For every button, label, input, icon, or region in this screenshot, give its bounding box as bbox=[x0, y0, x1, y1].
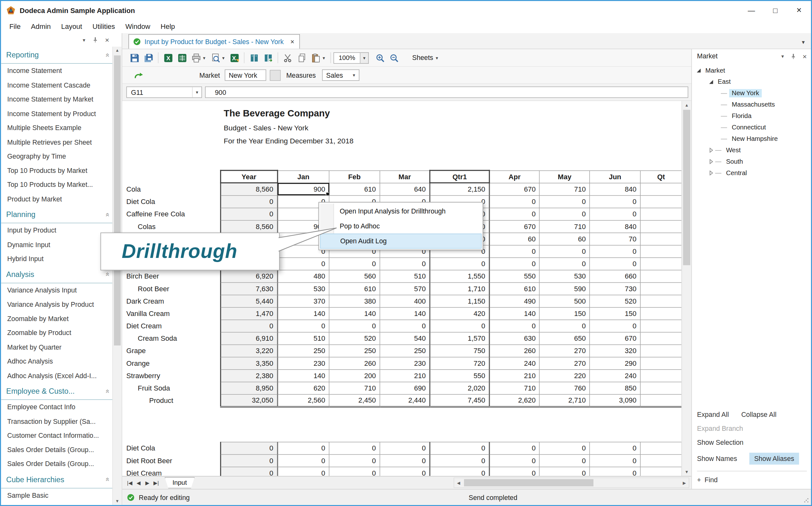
scroll-up-icon[interactable] bbox=[113, 47, 122, 54]
scrollbar-thumb[interactable] bbox=[683, 110, 690, 265]
tree-node-market[interactable]: Market bbox=[692, 65, 811, 76]
grid-cell[interactable] bbox=[640, 282, 682, 295]
grid-cell[interactable]: 530 bbox=[540, 270, 590, 282]
menu-file[interactable]: File bbox=[4, 21, 26, 32]
grid-cell[interactable]: 7,630 bbox=[220, 282, 277, 295]
grid-cell[interactable]: 0 bbox=[220, 467, 277, 476]
grid-cell[interactable]: 550 bbox=[489, 270, 540, 282]
grid-cell[interactable]: 0 bbox=[380, 454, 430, 467]
column-header-jan[interactable]: Jan bbox=[278, 170, 329, 183]
grid-cell[interactable]: 560 bbox=[329, 270, 380, 282]
grid-cell[interactable]: 0 bbox=[489, 245, 540, 257]
grid-cell[interactable]: 670 bbox=[489, 183, 540, 195]
paste-button[interactable] bbox=[308, 52, 323, 64]
grid-cell[interactable]: 840 bbox=[590, 220, 640, 233]
grid-cell[interactable] bbox=[640, 382, 682, 394]
grid-cell[interactable]: 0 bbox=[489, 467, 540, 476]
column-header-year[interactable]: Year bbox=[220, 170, 277, 183]
grid-cell[interactable]: 0 bbox=[489, 454, 540, 467]
sidebar-item-dynamic-input[interactable]: Dynamic Input bbox=[1, 238, 113, 252]
sidebar-item-multiple-retrieves-per-sheet[interactable]: Multiple Retrieves per Sheet bbox=[1, 135, 113, 149]
grid-cell[interactable]: 250 bbox=[380, 344, 430, 357]
grid-cell[interactable]: 0 bbox=[590, 245, 640, 257]
grid-cell[interactable]: 0 bbox=[540, 442, 590, 454]
grid-cell[interactable]: 0 bbox=[278, 467, 329, 476]
grid-cell[interactable]: 0 bbox=[489, 257, 540, 270]
grid-cell[interactable]: 0 bbox=[220, 454, 277, 467]
grid-cell[interactable]: 660 bbox=[590, 270, 640, 282]
grid-cell[interactable]: 230 bbox=[278, 357, 329, 369]
sidebar-item-adhoc-analysis-excel-add-i[interactable]: Adhoc Analysis (Excel Add-I... bbox=[1, 369, 113, 383]
row-label[interactable]: Grape bbox=[122, 344, 220, 357]
export-excel-multi-button[interactable] bbox=[175, 52, 189, 64]
grid-cell[interactable]: 520 bbox=[590, 295, 640, 307]
grid-cell[interactable]: 0 bbox=[220, 442, 277, 454]
menu-help[interactable]: Help bbox=[156, 21, 180, 32]
show-names-button[interactable]: Show Names bbox=[697, 454, 737, 462]
tree-label[interactable]: New York bbox=[729, 89, 762, 97]
grid-cell[interactable]: 540 bbox=[380, 332, 430, 344]
grid-cell[interactable]: 0 bbox=[489, 320, 540, 332]
sidebar-item-income-statement[interactable]: Income Statement bbox=[1, 64, 113, 78]
excel-view-button[interactable]: X bbox=[228, 52, 241, 64]
cell-reference-box[interactable]: G11 bbox=[126, 87, 202, 98]
grid-cell[interactable]: 150 bbox=[590, 307, 640, 320]
expand-branch-button[interactable]: Expand Branch bbox=[697, 425, 743, 432]
row-label[interactable]: Diet Cola bbox=[122, 195, 220, 208]
grid-cell[interactable]: 0 bbox=[590, 208, 640, 220]
grid-cell[interactable]: 0 bbox=[540, 467, 590, 476]
grid-cell[interactable] bbox=[640, 394, 682, 406]
grid-cell[interactable]: 850 bbox=[590, 382, 640, 394]
last-sheet-button[interactable] bbox=[152, 480, 161, 486]
grid-cell[interactable]: 370 bbox=[278, 295, 329, 307]
minimize-button[interactable] bbox=[739, 1, 763, 20]
pin-icon[interactable] bbox=[790, 53, 797, 59]
grid-cell[interactable]: 400 bbox=[380, 295, 430, 307]
grid-cell[interactable]: 510 bbox=[278, 332, 329, 344]
sheets-dropdown[interactable]: Sheets bbox=[408, 52, 443, 63]
market-param-value[interactable]: New York bbox=[224, 70, 266, 81]
column-header-feb[interactable]: Feb bbox=[329, 170, 380, 183]
resize-grip-icon[interactable] bbox=[803, 497, 809, 503]
tree-label[interactable]: East bbox=[715, 78, 733, 86]
print-button[interactable] bbox=[189, 52, 203, 64]
grid-cell[interactable]: 140 bbox=[489, 307, 540, 320]
grid-cell[interactable]: 0 bbox=[489, 208, 540, 220]
menu-window[interactable]: Window bbox=[120, 21, 156, 32]
tree-label[interactable]: Market bbox=[703, 66, 728, 75]
expand-all-button[interactable]: Expand All bbox=[697, 411, 729, 418]
grid-cell[interactable]: 530 bbox=[278, 282, 329, 295]
grid-cell[interactable]: 420 bbox=[430, 307, 489, 320]
tab-close-icon[interactable] bbox=[290, 38, 294, 46]
sidebar-item-transaction-by-supplier-sa[interactable]: Transaction by Supplier (Sa... bbox=[1, 414, 113, 428]
grid-cell[interactable]: 0 bbox=[590, 257, 640, 270]
save-button[interactable] bbox=[127, 52, 142, 64]
grid-cell[interactable]: 140 bbox=[278, 307, 329, 320]
grid-cell[interactable]: 60 bbox=[489, 233, 540, 245]
menu-layout[interactable]: Layout bbox=[56, 21, 87, 32]
section-header-planning[interactable]: Planning» bbox=[1, 206, 113, 223]
grid-cell[interactable]: 900 bbox=[278, 183, 329, 195]
row-label[interactable]: Orange bbox=[122, 357, 220, 369]
grid-cell[interactable]: 0 bbox=[540, 245, 590, 257]
tree-node-east[interactable]: East bbox=[692, 76, 811, 88]
grid-cell[interactable]: 610 bbox=[489, 282, 540, 295]
sheet-viewport[interactable]: The Beverage Company Budget - Sales - Ne… bbox=[122, 101, 682, 476]
grid-cell[interactable]: 0 bbox=[540, 257, 590, 270]
close-button[interactable] bbox=[787, 1, 811, 20]
measures-param-value[interactable]: Sales bbox=[322, 70, 359, 81]
collapse-section-icon[interactable]: » bbox=[103, 478, 111, 481]
grid-cell[interactable] bbox=[640, 357, 682, 369]
grid-cell[interactable]: 0 bbox=[590, 454, 640, 467]
context-menu-item-open-input-analysis-for-drillthrough[interactable]: Open Input Analysis for Drillthrough bbox=[320, 204, 481, 219]
grid-cell[interactable]: 32,050 bbox=[220, 394, 277, 406]
pin-icon[interactable] bbox=[92, 37, 98, 43]
grid-cell[interactable]: 0 bbox=[278, 257, 329, 270]
grid-cell[interactable]: 5,440 bbox=[220, 295, 277, 307]
grid-cell[interactable]: 0 bbox=[278, 454, 329, 467]
grid-cell[interactable]: 760 bbox=[540, 382, 590, 394]
grid-cell[interactable]: 8,560 bbox=[220, 183, 277, 195]
tree-node-central[interactable]: Central bbox=[692, 167, 811, 179]
sidebar-item-hybrid-input[interactable]: Hybrid Input bbox=[1, 252, 113, 266]
expanded-icon[interactable] bbox=[708, 79, 713, 84]
